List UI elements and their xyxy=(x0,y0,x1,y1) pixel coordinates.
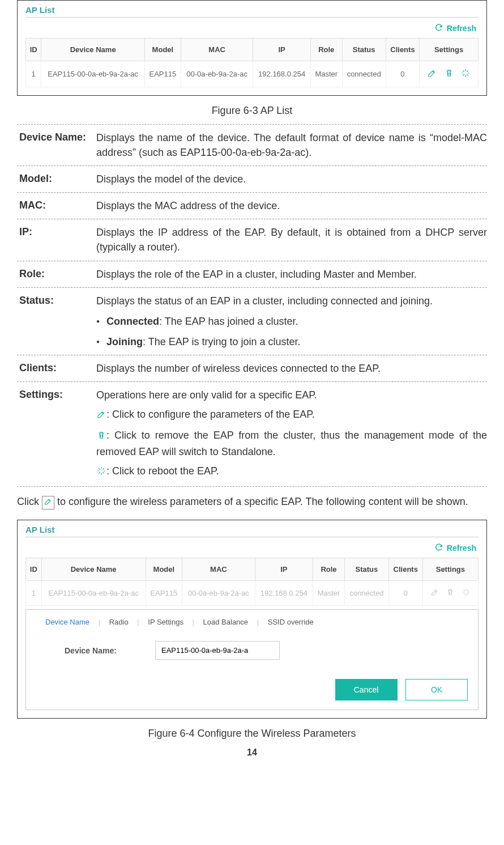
reboot-icon[interactable] xyxy=(462,588,471,597)
def-model: Model: Displays the model of the device. xyxy=(17,165,487,193)
def-settings: Settings: Operations here are only valid… xyxy=(17,381,487,486)
ap-list-table: ID Device Name Model MAC IP Role Status … xyxy=(25,558,479,606)
col-role: Role xyxy=(310,39,342,61)
refresh-icon xyxy=(434,23,443,32)
tab-device-name[interactable]: Device Name xyxy=(42,618,93,626)
col-clients: Clients xyxy=(386,39,420,61)
cell-clients: 0 xyxy=(388,581,422,606)
reboot-icon[interactable] xyxy=(460,68,471,78)
cell-mac: 00-0a-eb-9a-2a-ac xyxy=(181,61,253,87)
refresh-button[interactable]: Refresh xyxy=(434,24,476,33)
def-ip: IP: Displays the IP address of the EAP. … xyxy=(17,219,487,261)
col-mac: MAC xyxy=(182,558,255,581)
cell-ip: 192.168.0.254 xyxy=(253,61,311,87)
col-model: Model xyxy=(144,39,181,61)
bullet-icon: ● xyxy=(96,334,106,349)
cell-id: 1 xyxy=(26,581,42,606)
col-device-name: Device Name xyxy=(41,39,144,61)
cell-ip: 192.168.0.254 xyxy=(255,581,313,606)
cell-status: connected xyxy=(342,61,386,87)
cell-clients: 0 xyxy=(386,61,420,87)
col-mac: MAC xyxy=(181,39,253,61)
refresh-icon xyxy=(434,543,443,552)
refresh-button[interactable]: Refresh xyxy=(434,543,476,553)
cell-id: 1 xyxy=(26,61,41,87)
cell-mac: 00-0a-eb-9a-2a-ac xyxy=(182,581,255,606)
def-device-name: Device Name: Displays the name of the de… xyxy=(17,124,487,166)
def-mac: MAC: Displays the MAC address of the dev… xyxy=(17,192,487,219)
cell-model: EAP115 xyxy=(144,61,181,87)
col-id: ID xyxy=(26,39,41,61)
col-settings: Settings xyxy=(420,39,479,61)
tab-load-balance[interactable]: Load Balance xyxy=(200,618,252,626)
figure-caption: Figure 6-3 AP List xyxy=(17,105,487,117)
table-row: 1 EAP115-00-0a-eb-9a-2a-ac EAP115 00-0a-… xyxy=(26,581,479,606)
cell-settings xyxy=(420,61,479,87)
edit-icon[interactable] xyxy=(430,588,439,597)
cell-device-name: EAP115-00-0a-eb-9a-2a-ac xyxy=(41,61,144,87)
def-status: Status: Displays the status of an EAP in… xyxy=(17,287,487,355)
body-paragraph: Click to configure the wireless paramete… xyxy=(17,494,487,511)
cell-role: Master xyxy=(313,581,344,606)
edit-icon[interactable] xyxy=(427,68,437,78)
trash-icon xyxy=(96,430,106,440)
tab-radio[interactable]: Radio xyxy=(106,618,132,626)
col-role: Role xyxy=(313,558,344,581)
col-clients: Clients xyxy=(388,558,422,581)
page-number: 14 xyxy=(17,748,487,758)
cell-device-name: EAP115-00-0a-eb-9a-2a-ac xyxy=(41,581,146,606)
figure-caption: Figure 6-4 Configure the Wireless Parame… xyxy=(17,728,487,740)
reboot-icon xyxy=(96,466,106,476)
def-role: Role: Displays the role of the EAP in a … xyxy=(17,261,487,288)
col-status: Status xyxy=(345,558,389,581)
table-row: 1 EAP115-00-0a-eb-9a-2a-ac EAP115 00-0a-… xyxy=(26,61,479,87)
col-model: Model xyxy=(146,558,182,581)
edit-icon xyxy=(44,497,53,506)
device-name-label: Device Name: xyxy=(65,646,155,655)
tab-ip-settings[interactable]: IP Settings xyxy=(144,618,187,626)
ap-list-panel-2: AP List Refresh ID Device Name Model MAC… xyxy=(17,520,487,719)
col-id: ID xyxy=(26,558,42,581)
col-ip: IP xyxy=(255,558,313,581)
ap-list-table: ID Device Name Model MAC IP Role Status … xyxy=(25,38,479,87)
cell-status: connected xyxy=(345,581,389,606)
panel-title: AP List xyxy=(25,525,479,537)
col-settings: Settings xyxy=(422,558,478,581)
tab-row: Device Name | Radio | IP Settings | Load… xyxy=(42,618,468,626)
col-ip: IP xyxy=(253,39,311,61)
def-clients: Clients: Displays the number of wireless… xyxy=(17,355,487,382)
device-name-input[interactable] xyxy=(155,641,280,660)
col-device-name: Device Name xyxy=(41,558,146,581)
ok-button[interactable]: OK xyxy=(405,679,468,700)
ap-list-panel-1: AP List Refresh ID Device Name Model MAC… xyxy=(17,0,487,96)
configure-box: Device Name | Radio | IP Settings | Load… xyxy=(25,609,479,710)
bullet-icon: ● xyxy=(96,314,106,329)
trash-icon[interactable] xyxy=(446,588,455,597)
cancel-button[interactable]: Cancel xyxy=(335,679,398,700)
edit-icon xyxy=(96,409,106,419)
panel-title: AP List xyxy=(25,5,479,18)
cell-role: Master xyxy=(310,61,342,87)
trash-icon[interactable] xyxy=(444,68,454,78)
tab-ssid-override[interactable]: SSID override xyxy=(264,618,317,626)
cell-model: EAP115 xyxy=(146,581,182,606)
col-status: Status xyxy=(342,39,386,61)
cell-settings xyxy=(422,581,478,606)
